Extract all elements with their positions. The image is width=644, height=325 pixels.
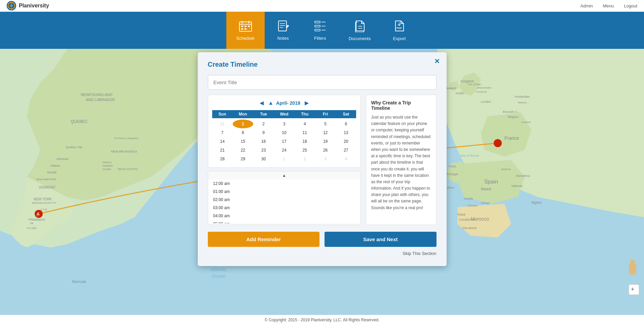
cal-day[interactable]: 5 [315,120,336,128]
cal-month: April [276,100,287,106]
svg-rect-18 [315,21,320,23]
filters-icon [314,20,326,34]
calendar-header: ◀ ▲ April- 2019 ▶ [212,99,356,107]
nav-label-filters: Filters [314,36,326,41]
nav-bar: Schedule Notes Filters [0,12,644,49]
add-reminder-button[interactable]: Add Reminder [208,232,320,247]
nav-label-export: Export [393,36,406,41]
cal-next-button[interactable]: ▶ [303,99,310,107]
cal-day[interactable]: 20 [336,137,356,146]
cal-day[interactable]: 21 [212,146,233,155]
skip-section-link[interactable]: Skip This Section [208,251,437,256]
cal-day[interactable]: 18 [295,137,315,146]
cal-day[interactable]: 12 [315,128,336,137]
cal-day[interactable]: 4 [295,120,315,128]
cal-day[interactable]: 9 [253,128,274,137]
create-timeline-modal: Create Timeline ✕ ◀ ▲ April- 2019 ▶ [198,52,447,266]
svg-point-2 [10,5,12,7]
svg-rect-14 [278,21,287,31]
cal-day[interactable]: 13 [336,128,356,137]
time-item[interactable]: 01:00 am [208,188,361,196]
time-item[interactable]: 05:00 am [208,220,361,223]
documents-icon [353,20,366,34]
nav-item-documents[interactable]: Documents [339,12,381,49]
top-nav-links: Admin Menu Logout [580,3,637,8]
cal-day[interactable]: 23 [253,146,274,155]
day-tue: Tue [253,110,274,118]
cal-prev-button[interactable]: ◀ [258,99,265,107]
modal-buttons: Add Reminder Save and Next [208,232,437,247]
info-section: Why Create a Trip Timeline Just as you w… [366,95,437,225]
nav-label-documents: Documents [349,36,371,41]
svg-rect-11 [248,26,250,27]
cal-day-today[interactable]: 1 [233,120,253,128]
day-thu: Thu [295,110,315,118]
svg-rect-19 [315,25,320,27]
cal-day[interactable]: 17 [274,137,294,146]
footer: © Copyright: 2015 - 2019 Planiversity, L… [0,315,644,325]
menu-link[interactable]: Menu [603,3,614,8]
cal-day[interactable]: 14 [212,137,233,146]
cal-day[interactable]: 25 [295,146,315,155]
cal-day[interactable]: 19 [315,137,336,146]
svg-rect-10 [244,26,247,27]
info-title: Why Create a Trip Timeline [371,100,431,111]
svg-rect-9 [241,26,243,27]
cal-day[interactable]: 6 [336,120,356,128]
time-picker-up-button[interactable]: ▲ [208,171,361,180]
app-name: Planiversity [19,3,49,9]
logo-area: Planiversity [7,1,49,10]
cal-day[interactable]: 29 [233,155,253,163]
modal-title: Create Timeline [208,61,437,68]
cal-day[interactable]: 3 [274,120,294,128]
cal-day[interactable]: 2 [253,120,274,128]
export-icon: PDF [393,20,406,34]
cal-day[interactable]: 4 [336,155,356,163]
cal-days: 31 1 2 3 4 5 6 7 8 9 10 11 12 1 [212,120,356,163]
cal-day[interactable]: 16 [253,137,274,146]
modal-close-button[interactable]: ✕ [434,57,440,65]
cal-day[interactable]: 15 [233,137,253,146]
nav-item-filters[interactable]: Filters [302,12,339,49]
time-item[interactable]: 03:00 am [208,204,361,212]
cal-up-button[interactable]: ▲ [268,100,273,106]
nav-item-export[interactable]: PDF Export [381,12,418,49]
nav-item-notes[interactable]: Notes [265,12,302,49]
logout-link[interactable]: Logout [624,3,637,8]
cal-day[interactable]: 30 [253,155,274,163]
footer-text: © Copyright: 2015 - 2019 Planiversity, L… [265,318,379,322]
save-next-button[interactable]: Save and Next [325,232,437,247]
admin-link[interactable]: Admin [580,3,593,8]
cal-day[interactable]: 24 [274,146,294,155]
svg-rect-12 [241,28,243,30]
cal-days-header: Sun Mon Tue Wed Thu Fri Sat [212,110,356,118]
schedule-icon [239,20,252,34]
nav-item-schedule[interactable]: Schedule [226,12,265,49]
time-list[interactable]: 12:00 am 01:00 am 02:00 am 03:00 am 04:0… [208,180,361,223]
time-picker-down-button[interactable]: ▼ [208,223,361,225]
cal-day[interactable]: 27 [336,146,356,155]
nav-label-notes: Notes [277,36,289,41]
cal-day[interactable]: 3 [315,155,336,163]
calendar-time-section: ◀ ▲ April- 2019 ▶ Sun Mon Tue [208,95,361,225]
cal-day[interactable]: 10 [274,128,294,137]
svg-text:PDF: PDF [396,27,402,30]
cal-day[interactable]: 11 [295,128,315,137]
event-title-input[interactable] [208,75,437,90]
cal-day[interactable]: 1 [274,155,294,163]
time-item[interactable]: 12:00 am [208,180,361,188]
logo-icon [7,1,16,10]
cal-day[interactable]: 28 [212,155,233,163]
cal-day[interactable]: 22 [233,146,253,155]
time-item[interactable]: 02:00 am [208,196,361,204]
cal-year: 2019 [290,100,300,106]
cal-day[interactable]: 31 [212,120,233,128]
cal-day[interactable]: 7 [212,128,233,137]
cal-day[interactable]: 8 [233,128,253,137]
time-item[interactable]: 04:00 am [208,212,361,220]
nav-label-schedule: Schedule [236,36,255,41]
cal-day[interactable]: 26 [315,146,336,155]
day-mon: Mon [233,110,253,118]
cal-day[interactable]: 2 [295,155,315,163]
day-wed: Wed [274,110,294,118]
